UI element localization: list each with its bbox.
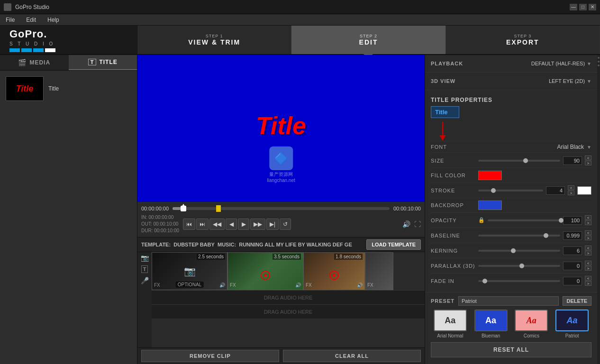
clip-2-duration: 3.5 seconds <box>273 254 301 260</box>
fade-in-slider-handle[interactable] <box>482 279 487 283</box>
preset-blueman[interactable]: Aa Blueman <box>472 309 510 338</box>
load-template-button[interactable]: LOAD TEMPLATE <box>366 239 421 250</box>
tab-title[interactable]: T TITLE <box>69 55 137 70</box>
watermark-text: 量产资源网liangchan.net <box>267 171 295 183</box>
fade-in-increment[interactable]: < <box>585 276 591 281</box>
maximize-button[interactable]: □ <box>579 4 587 10</box>
btn-forward-end[interactable]: ▶| <box>266 218 279 230</box>
size-slider-handle[interactable] <box>523 158 528 163</box>
backdrop-color-swatch[interactable] <box>478 200 502 210</box>
btn-skip-end[interactable]: ⏭ <box>196 218 209 230</box>
clip-1-duration: 2.5 seconds <box>197 254 225 260</box>
clip-3-fx: FX <box>306 282 312 288</box>
kerning-slider[interactable] <box>478 250 560 252</box>
preset-comics[interactable]: Aa Comics <box>512 309 551 338</box>
audio-row-2: DRAG AUDIO HERE <box>152 304 425 318</box>
backdrop-row: BACKDROP <box>431 198 591 212</box>
fullscreen-icon[interactable]: ⛶ <box>414 220 421 228</box>
backdrop-label: BACKDROP <box>431 202 478 208</box>
size-slider[interactable] <box>478 160 560 162</box>
timeline-bar: 00:00:00:00 00:00:10:00 <box>141 204 421 213</box>
preset-patriot-label: Patriot <box>565 333 579 338</box>
preset-arial-normal[interactable]: Aa Arial Normal <box>431 309 470 338</box>
stroke-decrement[interactable]: > <box>568 191 574 195</box>
baseline-decrement[interactable]: > <box>585 236 591 240</box>
btn-play[interactable]: ▶ <box>238 218 249 230</box>
reset-all-button[interactable]: RESET ALL <box>431 342 591 357</box>
title-icon: T <box>88 59 97 65</box>
tab-media[interactable]: 🎬 MEDIA <box>0 55 69 70</box>
opacity-slider[interactable] <box>488 219 560 221</box>
timeline-track[interactable] <box>173 207 390 210</box>
fade-in-slider-area: 0 < > <box>478 276 591 286</box>
btn-forward[interactable]: ▶▶ <box>250 218 265 230</box>
timeline-marker[interactable] <box>216 205 221 212</box>
delete-button[interactable]: DELETE <box>563 296 591 306</box>
preset-patriot[interactable]: Aa Patriot <box>553 309 591 338</box>
menu-edit[interactable]: Edit <box>24 16 38 24</box>
btn-rewind-fast[interactable]: ◀◀ <box>209 218 225 230</box>
parallax-slider-handle[interactable] <box>519 264 524 268</box>
opacity-row: OPACITY 🔒 100 < > <box>431 212 591 228</box>
tab-media-label: MEDIA <box>29 59 50 66</box>
step-2-label: EDIT <box>359 38 378 46</box>
playback-row: PLAYBACK DEFAULT (HALF-RES) ▼ <box>431 59 591 68</box>
size-increment[interactable]: < <box>585 155 591 160</box>
font-dropdown[interactable]: Arial Black ▼ <box>557 144 591 150</box>
title-input[interactable]: Title <box>431 106 459 118</box>
logo-block-2 <box>21 48 32 52</box>
btn-rewind[interactable]: ◀ <box>226 218 237 230</box>
list-item[interactable]: 3.5 seconds FX 🔊 <box>227 252 303 290</box>
parallax-decrement[interactable]: > <box>585 266 591 271</box>
size-slider-area: 90 < > <box>478 155 591 165</box>
opacity-increment[interactable]: < <box>585 215 591 220</box>
step-2[interactable]: STEP 2 EDIT <box>291 26 445 54</box>
parallax-row: PARALLAX (3D) 0 < > <box>431 258 591 273</box>
baseline-slider[interactable] <box>478 235 560 237</box>
parallax-slider[interactable] <box>478 265 560 267</box>
fade-in-slider[interactable] <box>478 280 560 282</box>
close-button[interactable]: ✕ <box>589 4 596 10</box>
audio-row-1-label: DRAG AUDIO HERE <box>264 295 313 300</box>
btn-loop[interactable]: ↺ <box>280 218 291 230</box>
step-3[interactable]: STEP 3 EXPORT <box>446 26 600 54</box>
size-decrement[interactable]: > <box>585 161 591 165</box>
menu-file[interactable]: File <box>4 16 17 24</box>
stroke-label: STROKE <box>431 188 478 193</box>
preset-input[interactable] <box>458 296 559 306</box>
template-name: DUBSTEP BABY <box>173 242 215 247</box>
list-item[interactable]: FX <box>365 252 393 290</box>
preset-patriot-preview: Aa <box>555 309 589 331</box>
baseline-increment[interactable]: < <box>585 230 591 235</box>
3d-view-dropdown[interactable]: LEFT EYE (2D) ▼ <box>549 78 591 84</box>
step-3-number: STEP 3 <box>514 34 531 38</box>
fill-color-swatch[interactable] <box>478 171 502 180</box>
stroke-slider[interactable] <box>478 190 543 191</box>
edge-dot-1 <box>598 57 600 59</box>
list-item[interactable]: 1.8 seconds FX 🔊 <box>303 252 365 290</box>
parallax-increment[interactable]: < <box>585 261 591 265</box>
menu-help[interactable]: Help <box>45 16 61 24</box>
baseline-slider-handle[interactable] <box>544 233 548 238</box>
stroke-slider-handle[interactable] <box>491 188 496 193</box>
kerning-increment[interactable]: < <box>585 246 591 250</box>
opacity-slider-handle[interactable] <box>559 218 564 223</box>
stroke-increment[interactable]: < <box>568 185 574 190</box>
time-info: IN: 00:00:00:00 OUT: 00:00:10:00 DUR: 00… <box>141 214 179 234</box>
fade-in-row: FADE IN 0 < > <box>431 273 591 288</box>
fade-in-decrement[interactable]: > <box>585 281 591 286</box>
kerning-decrement[interactable]: > <box>585 251 591 255</box>
timeline-handle[interactable] <box>181 206 186 211</box>
clip-3-audio: 🔊 <box>357 282 363 288</box>
btn-skip-start[interactable]: ⏮ <box>183 218 195 230</box>
clear-all-button[interactable]: CLEAR ALL <box>283 350 421 362</box>
step-1[interactable]: STEP 1 VIEW & TRIM <box>137 26 291 54</box>
kerning-slider-handle[interactable] <box>511 248 516 253</box>
opacity-decrement[interactable]: > <box>585 220 591 225</box>
list-item[interactable]: 📷 2.5 seconds OPTIONAL FX 🔊 <box>152 252 227 290</box>
stroke-color-swatch[interactable] <box>577 186 591 195</box>
remove-clip-button[interactable]: REMOVE CLIP <box>141 350 279 362</box>
playback-dropdown[interactable]: DEFAULT (HALF-RES) ▼ <box>531 61 591 66</box>
list-item[interactable]: Title Title <box>4 74 133 103</box>
minimize-button[interactable]: — <box>570 4 577 10</box>
